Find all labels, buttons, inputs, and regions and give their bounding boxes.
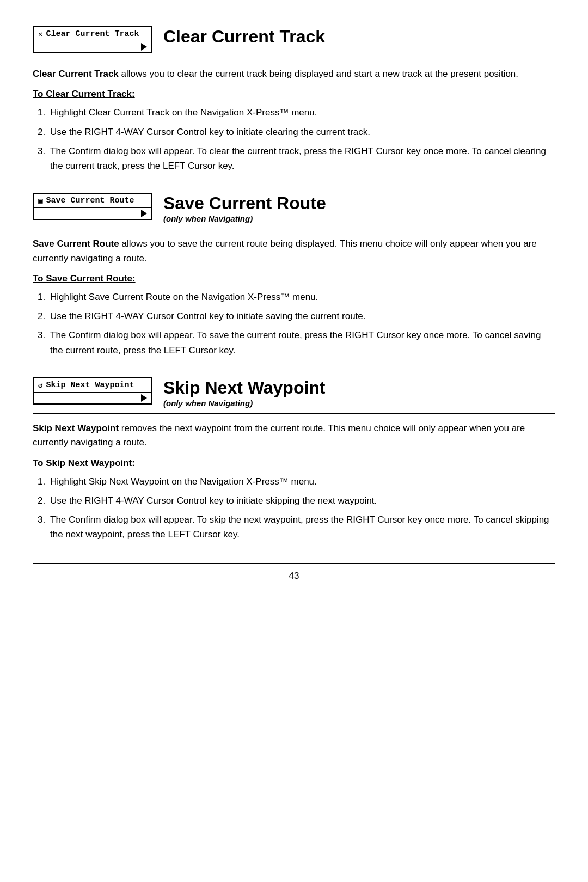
section-divider bbox=[33, 59, 555, 59]
list-item: The Confirm dialog box will appear. To c… bbox=[48, 144, 555, 173]
section-intro: Skip Next Waypoint removes the next wayp… bbox=[33, 421, 555, 450]
only-when-label: (only when Navigating) bbox=[163, 399, 326, 408]
list-item: Use the RIGHT 4-WAY Cursor Control key t… bbox=[48, 125, 555, 139]
list-item: The Confirm dialog box will appear. To s… bbox=[48, 328, 555, 357]
arrow-right-icon bbox=[141, 43, 147, 51]
menu-box-text: Save Current Route bbox=[46, 196, 134, 205]
steps-list: Highlight Save Current Route on the Navi… bbox=[48, 290, 555, 358]
intro-bold: Clear Current Track bbox=[33, 69, 119, 79]
steps-list: Highlight Clear Current Track on the Nav… bbox=[48, 105, 555, 173]
list-item: Highlight Clear Current Track on the Nav… bbox=[48, 105, 555, 120]
subsection-title: To Clear Current Track: bbox=[33, 89, 555, 100]
list-item: Use the RIGHT 4-WAY Cursor Control key t… bbox=[48, 493, 555, 508]
intro-rest: allows you to clear the current track be… bbox=[119, 69, 518, 79]
arrow-right-icon bbox=[141, 210, 147, 217]
menu-box-label: ▣ Save Current Route bbox=[34, 194, 151, 208]
section-divider bbox=[33, 413, 555, 414]
section-title-group: Skip Next Waypoint (only when Navigating… bbox=[163, 377, 326, 408]
intro-bold: Skip Next Waypoint bbox=[33, 423, 119, 433]
list-item: The Confirm dialog box will appear. To s… bbox=[48, 512, 555, 542]
menu-box-arrow bbox=[34, 393, 151, 403]
menu-box-arrow bbox=[34, 41, 151, 52]
menu-box-arrow bbox=[34, 208, 151, 219]
section-title-clear-current-track: Clear Current Track bbox=[163, 26, 325, 46]
menu-box-save-current-route: ▣ Save Current Route bbox=[33, 193, 152, 220]
menu-box-label: ↺ Skip Next Waypoint bbox=[34, 378, 151, 393]
list-item: Use the RIGHT 4-WAY Cursor Control key t… bbox=[48, 309, 555, 323]
menu-box-label: ✕ Clear Current Track bbox=[34, 27, 151, 41]
save-icon: ▣ bbox=[38, 196, 42, 205]
section-title-skip-next-waypoint: Skip Next Waypoint bbox=[163, 377, 326, 397]
arrow-right-icon bbox=[141, 394, 147, 402]
section-header: ✕ Clear Current Track Clear Current Trac… bbox=[33, 26, 555, 53]
section-intro: Save Current Route allows you to save th… bbox=[33, 237, 555, 266]
page-number: 43 bbox=[33, 564, 555, 581]
intro-bold: Save Current Route bbox=[33, 238, 119, 249]
menu-box-text: Clear Current Track bbox=[46, 29, 139, 39]
list-item: Highlight Save Current Route on the Navi… bbox=[48, 290, 555, 304]
skip-icon: ↺ bbox=[38, 381, 42, 390]
section-intro: Clear Current Track allows you to clear … bbox=[33, 67, 555, 81]
steps-list: Highlight Skip Next Waypoint on the Navi… bbox=[48, 474, 555, 542]
list-item: Highlight Skip Next Waypoint on the Navi… bbox=[48, 474, 555, 489]
subsection-title: To Skip Next Waypoint: bbox=[33, 458, 555, 469]
only-when-label: (only when Navigating) bbox=[163, 214, 326, 223]
section-skip-next-waypoint: ↺ Skip Next Waypoint Skip Next Waypoint … bbox=[33, 377, 555, 542]
section-save-current-route: ▣ Save Current Route Save Current Route … bbox=[33, 193, 555, 358]
subsection-title: To Save Current Route: bbox=[33, 273, 555, 284]
section-title-group: Save Current Route (only when Navigating… bbox=[163, 193, 326, 223]
menu-box-skip-next-waypoint: ↺ Skip Next Waypoint bbox=[33, 377, 152, 405]
menu-box-text: Skip Next Waypoint bbox=[46, 381, 134, 390]
section-header: ▣ Save Current Route Save Current Route … bbox=[33, 193, 555, 223]
section-divider bbox=[33, 229, 555, 229]
section-header: ↺ Skip Next Waypoint Skip Next Waypoint … bbox=[33, 377, 555, 408]
section-title-save-current-route: Save Current Route bbox=[163, 193, 326, 213]
menu-box-clear-current-track: ✕ Clear Current Track bbox=[33, 26, 152, 53]
clear-icon: ✕ bbox=[38, 29, 42, 39]
section-clear-current-track: ✕ Clear Current Track Clear Current Trac… bbox=[33, 26, 555, 173]
